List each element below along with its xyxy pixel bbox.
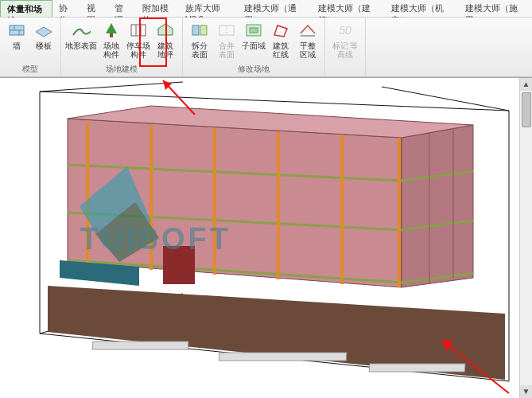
group-site-model-label: 场地建模 xyxy=(106,64,138,75)
terrain-label: 地形表面 xyxy=(65,41,97,50)
parking-button[interactable]: 停车场 构件 xyxy=(126,19,151,64)
contour-label-button: 50 标记 等高线 xyxy=(329,19,361,64)
merge-icon xyxy=(217,21,236,40)
group-modify-site-label: 修改场地 xyxy=(238,64,270,75)
svg-marker-10 xyxy=(158,24,173,35)
tab-collab[interactable]: 协作 xyxy=(52,0,80,17)
terrain-icon xyxy=(72,21,91,40)
merge-surface-button: 合并 表面 xyxy=(214,19,239,64)
parking-icon xyxy=(129,21,148,40)
svg-rect-16 xyxy=(250,28,258,33)
tab-master-constr[interactable]: 建模大师（施工） xyxy=(459,0,532,17)
tab-family-lib[interactable]: 族库大师V3.2 xyxy=(179,0,238,17)
svg-line-20 xyxy=(40,82,183,92)
tab-manage[interactable]: 管理 xyxy=(108,0,136,17)
svg-rect-44 xyxy=(369,364,465,372)
split-surface-button[interactable]: 拆分 表面 xyxy=(187,19,212,64)
redline-icon xyxy=(271,21,290,40)
split-icon xyxy=(190,21,209,40)
group-model-label: 模型 xyxy=(22,64,38,75)
tab-view[interactable]: 视图 xyxy=(80,0,108,17)
group-label-contour: 50 标记 等高线 xyxy=(325,18,366,76)
merge-label: 合并 表面 xyxy=(214,41,239,59)
svg-marker-17 xyxy=(274,25,287,37)
property-line-button[interactable]: 建筑 红线 xyxy=(268,19,293,64)
svg-line-19 xyxy=(382,87,509,111)
group-site-model: 地形表面 场地 构件 停车场 构件 建筑 地坪 场地建模 xyxy=(61,18,183,76)
wall-label: 墙 xyxy=(13,41,21,50)
tab-master-general[interactable]: 建模大师（通用） xyxy=(238,0,311,17)
svg-rect-7 xyxy=(131,25,146,36)
tab-master-mep[interactable]: 建模大师（机电） xyxy=(385,0,458,17)
pad-icon xyxy=(156,21,175,40)
ribbon-tabbar: 体量和场地 协作 视图 管理 附加模块 族库大师V3.2 建模大师（通用） 建模… xyxy=(0,0,532,18)
site-component-label: 场地 构件 xyxy=(99,41,124,59)
floor-button[interactable]: 楼板 xyxy=(31,19,56,64)
graded-region-label: 平整 区域 xyxy=(295,41,320,59)
floor-label: 楼板 xyxy=(36,41,52,50)
group-modify-site: 拆分 表面 合并 表面 子面域 建筑 红线 平整 区域 xyxy=(183,18,325,76)
subregion-button[interactable]: 子面域 xyxy=(241,19,266,64)
ribbon: 墙 楼板 模型 地形表面 场地 构件 xyxy=(0,18,532,77)
tab-master-arch[interactable]: 建模大师（建筑） xyxy=(312,0,385,17)
scrollbar-thumb[interactable] xyxy=(522,92,531,127)
site-component-button[interactable]: 场地 构件 xyxy=(99,19,124,64)
model-canvas xyxy=(0,78,532,398)
svg-rect-6 xyxy=(110,33,113,37)
svg-rect-42 xyxy=(92,341,188,349)
graded-region-button[interactable]: 平整 区域 xyxy=(295,19,320,64)
svg-rect-12 xyxy=(200,25,207,35)
scrollbar-up-icon[interactable]: ▲ xyxy=(520,78,532,91)
contour-icon: 50 xyxy=(336,21,355,40)
contour-label: 标记 等高线 xyxy=(329,41,361,59)
parking-label: 停车场 构件 xyxy=(126,41,151,59)
floor-icon xyxy=(34,21,53,40)
tab-addins[interactable]: 附加模块 xyxy=(136,0,179,17)
svg-rect-11 xyxy=(192,25,199,35)
svg-rect-43 xyxy=(219,353,347,361)
tab-mass-site[interactable]: 体量和场地 xyxy=(0,0,52,17)
vertical-scrollbar[interactable]: ▲ ▼ xyxy=(519,78,532,398)
svg-marker-4 xyxy=(36,27,52,37)
wall-button[interactable]: 墙 xyxy=(4,19,29,64)
svg-marker-24 xyxy=(402,125,473,287)
svg-marker-5 xyxy=(106,23,117,33)
terrain-button[interactable]: 地形表面 xyxy=(65,19,97,64)
tree-icon xyxy=(102,21,121,40)
wall-icon xyxy=(7,21,26,40)
building-pad-label: 建筑 地坪 xyxy=(153,41,178,59)
subregion-label: 子面域 xyxy=(242,41,266,50)
svg-rect-41 xyxy=(163,246,195,284)
flat-icon xyxy=(298,21,317,40)
building-pad-button[interactable]: 建筑 地坪 xyxy=(153,19,178,64)
split-label: 拆分 表面 xyxy=(187,41,212,59)
group-model: 墙 楼板 模型 xyxy=(0,18,61,76)
subregion-icon xyxy=(244,21,263,40)
scrollbar-down-icon[interactable]: ▼ xyxy=(520,385,532,398)
property-line-label: 建筑 红线 xyxy=(268,41,293,59)
viewport-3d[interactable]: TUISOFT ▲ ▼ xyxy=(0,77,532,398)
